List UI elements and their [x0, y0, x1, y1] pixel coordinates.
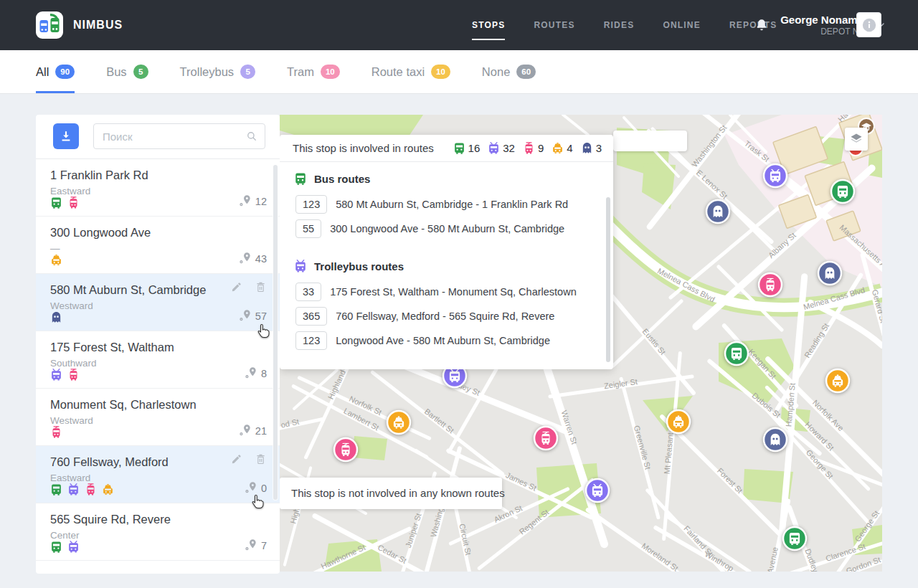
info-button[interactable] — [856, 12, 881, 37]
stop-route-count-value: 57 — [255, 310, 267, 322]
user-menu[interactable]: George Noname DEPOT N8 — [780, 13, 863, 37]
tab-bus[interactable]: Bus5 — [106, 50, 148, 93]
stop-route-count[interactable]: 57 — [237, 309, 267, 323]
map-marker-taxi[interactable] — [667, 410, 690, 433]
stop-title: 580 Mt Auburn St, Cambridge — [50, 283, 206, 297]
app-logo[interactable] — [36, 11, 63, 39]
info-icon — [861, 17, 877, 33]
stop-route-count[interactable]: 0 — [243, 481, 267, 495]
row-actions — [230, 453, 267, 465]
map-marker-taxi[interactable] — [387, 411, 410, 434]
bell-icon[interactable] — [754, 18, 769, 32]
route-row[interactable]: 123580 Mt Auburn St, Cambridge - 1 Frank… — [295, 195, 613, 214]
stop-route-count-value: 0 — [261, 483, 267, 494]
route-count-trolleybus: 32 — [488, 142, 515, 154]
route-name: 760 Fellsway, Medford - 565 Squire Rd, R… — [336, 310, 554, 322]
map-marker-ghost[interactable] — [764, 428, 787, 451]
route-count-taxi: 4 — [552, 142, 572, 154]
tram-icon — [67, 369, 80, 381]
route-number-badge: 33 — [295, 283, 321, 301]
nav-item-rides[interactable]: RIDES — [604, 16, 635, 34]
map-marker-ghost[interactable] — [818, 262, 841, 285]
stop-row[interactable]: 760 Fellsway, MedfordEastward0 — [36, 446, 280, 503]
route-name: 175 Forest St, Waltham - Monument Sq, Ch… — [330, 286, 577, 298]
route-name: 300 Longwood Ave - 580 Mt Auburn St, Cam… — [330, 223, 564, 234]
stop-route-count[interactable]: 21 — [237, 424, 267, 438]
map-marker-tram[interactable] — [334, 438, 357, 461]
filter-tabs: All90Bus5Trolleybus5Tram10Route taxi10No… — [36, 50, 567, 93]
map-marker-bus[interactable] — [725, 342, 748, 365]
route-row[interactable]: 365760 Fellsway, Medford - 565 Squire Rd… — [295, 307, 613, 326]
map-marker-trolleybus[interactable] — [586, 479, 609, 502]
map-marker-trolleybus[interactable] — [764, 164, 787, 187]
stop-route-count[interactable]: 8 — [243, 366, 267, 381]
user-depot: DEPOT N8 — [780, 27, 863, 37]
stop-row[interactable]: 1 Franklin Park RdEastward12 — [36, 159, 280, 217]
stop-type-icons — [50, 254, 62, 266]
edit-button[interactable] — [230, 281, 242, 293]
stop-direction: Eastward — [50, 473, 90, 483]
map-marker-ghost[interactable] — [706, 200, 729, 223]
nav-item-routes[interactable]: ROUTES — [534, 16, 574, 34]
tab-all[interactable]: All90 — [36, 50, 75, 93]
route-row[interactable]: 55300 Longwood Ave - 580 Mt Auburn St, C… — [295, 219, 613, 238]
tab-none[interactable]: None60 — [482, 50, 536, 93]
section-title-trolleybus: Trolleybus routes — [294, 257, 613, 275]
stop-route-count-value: 43 — [255, 253, 267, 265]
tab-tram[interactable]: Tram10 — [287, 50, 340, 93]
map-marker-tram[interactable] — [759, 273, 782, 296]
route-name: 580 Mt Auburn St, Cambridge - 1 Franklin… — [336, 199, 568, 210]
stop-route-count[interactable]: 7 — [243, 539, 267, 553]
nav-item-stops[interactable]: STOPS — [472, 16, 505, 34]
routes-popup-header: This stop is involved in routes 1632943 — [280, 135, 613, 162]
stop-row[interactable]: 175 Forest St, WalthamSouthward8 — [36, 331, 280, 389]
route-row[interactable]: 33175 Forest St, Waltham - Monument Sq, … — [295, 283, 613, 301]
tram-icon — [85, 483, 97, 495]
stops-panel-toolbar — [36, 115, 280, 159]
trolleybus-icon — [50, 369, 62, 381]
tab-count-badge: 90 — [55, 65, 75, 79]
routes-popup-scrollbar[interactable] — [606, 197, 610, 362]
pins-icon — [237, 424, 252, 438]
stop-row[interactable]: 580 Mt Auburn St, CambridgeWestward57 — [36, 274, 280, 331]
tab-count-badge: 10 — [431, 65, 450, 79]
stop-row[interactable]: 300 Longwood Ave—43 — [36, 217, 280, 274]
map-layers-button[interactable] — [845, 128, 868, 151]
layers-icon — [849, 132, 863, 146]
download-icon — [59, 129, 73, 143]
route-count-value: 9 — [538, 142, 544, 154]
download-button[interactable] — [53, 123, 79, 149]
route-number-badge: 365 — [295, 307, 327, 326]
stop-route-count-value: 12 — [255, 196, 267, 207]
trash-icon — [255, 453, 267, 465]
delete-button[interactable] — [255, 281, 267, 293]
route-row[interactable]: 123Longwood Ave - 580 Mt Auburn St, Camb… — [295, 331, 613, 350]
pencil-icon — [230, 453, 242, 465]
tab-route-taxi[interactable]: Route taxi10 — [372, 50, 450, 93]
page: { "nav": { "brand": "NIMBUS", "items": [… — [0, 0, 918, 588]
edit-button[interactable] — [230, 453, 242, 465]
stop-route-count[interactable]: 43 — [237, 252, 267, 266]
map-searchbox[interactable] — [613, 131, 687, 151]
delete-button[interactable] — [255, 453, 267, 465]
map-marker-bus[interactable] — [831, 180, 854, 203]
pins-icon — [243, 539, 257, 553]
search-input[interactable] — [93, 123, 265, 149]
route-count-value: 16 — [468, 142, 481, 154]
stops-list-scrollbar[interactable] — [273, 165, 278, 500]
map-marker-bus[interactable] — [783, 527, 806, 550]
pins-icon — [237, 252, 252, 266]
stop-type-icons — [50, 483, 114, 495]
stop-row[interactable]: Monument Sq, CharlestownWestward21 — [36, 389, 280, 446]
tab-trolleybus[interactable]: Trolleybus5 — [180, 50, 256, 93]
nav-item-online[interactable]: ONLINE — [663, 16, 701, 34]
stop-route-count[interactable]: 12 — [237, 194, 267, 209]
routes-popup: This stop is involved in routes 1632943 … — [280, 135, 613, 369]
map-marker-tram[interactable] — [534, 427, 557, 450]
tram-icon — [523, 142, 535, 154]
map-marker-taxi[interactable] — [826, 369, 849, 392]
stop-direction: Center — [50, 530, 80, 541]
stop-row[interactable]: 565 Squire Rd, RevereCenter7 — [36, 503, 280, 561]
bus-icon — [50, 541, 62, 553]
map-canvas[interactable]: Washington StTrask StE Lenox StAlbany St… — [280, 115, 882, 572]
